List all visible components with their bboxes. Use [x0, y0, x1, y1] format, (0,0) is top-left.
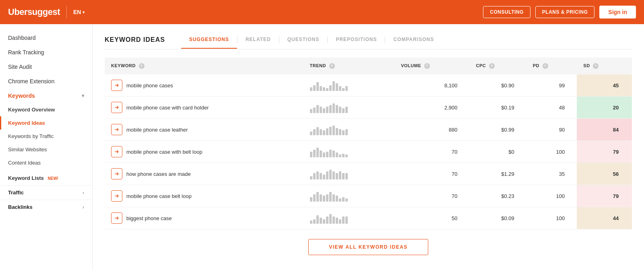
- trend-bar-segment: [339, 107, 341, 113]
- keyword-link-button[interactable]: [111, 190, 122, 202]
- sidebar-item-rank-tracking[interactable]: Rank Tracking: [0, 45, 92, 60]
- language-selector[interactable]: EN ▾: [73, 9, 85, 15]
- trend-bar-segment: [336, 105, 338, 113]
- trend-bar-segment: [316, 105, 319, 113]
- keyword-table-container: KEYWORD ? TREND ? VOLUME ? CPC: [105, 58, 632, 229]
- trend-chart: [310, 124, 388, 135]
- keyword-cell: biggest phone case: [105, 207, 303, 229]
- trend-bar-segment: [342, 108, 345, 113]
- trend-cell: [303, 97, 395, 119]
- keyword-link-button[interactable]: [111, 168, 122, 179]
- trend-bar-segment: [316, 192, 319, 202]
- sidebar-item-keyword-ideas[interactable]: Keyword Ideas: [0, 116, 92, 130]
- signin-button[interactable]: Sign in: [599, 6, 636, 19]
- sd-cell: 44: [577, 207, 632, 229]
- sidebar-item-keywords-by-traffic[interactable]: Keywords by Traffic: [0, 130, 92, 143]
- sidebar-item-dashboard[interactable]: Dashboard: [0, 31, 92, 45]
- trend-bar-segment: [329, 127, 332, 135]
- sidebar-item-keyword-overview[interactable]: Keyword Overview: [0, 103, 92, 116]
- view-all-button[interactable]: VIEW ALL KEYWORD IDEAS: [308, 239, 428, 255]
- trend-chart: [310, 168, 388, 179]
- cpc-cell: $0: [470, 141, 526, 163]
- trend-bar-segment: [332, 150, 335, 157]
- trend-bar-segment: [310, 197, 312, 202]
- trend-bar-segment: [329, 170, 332, 179]
- trend-bar-segment: [320, 194, 322, 202]
- trend-bar-segment: [316, 148, 319, 157]
- table-row: mobile phone case with belt loop 70 $0 1…: [105, 141, 632, 163]
- sidebar-item-content-ideas[interactable]: Content Ideas: [0, 156, 92, 169]
- keyword-link-button[interactable]: [111, 124, 122, 135]
- trend-cell: [303, 163, 395, 185]
- keyword-link-button[interactable]: [111, 146, 122, 157]
- trend-cell: [303, 185, 395, 207]
- table-row: mobile phone case belt loop 70 $0.23 100…: [105, 185, 632, 207]
- trend-bar-segment: [323, 153, 325, 157]
- trend-bar-segment: [323, 196, 325, 202]
- tab-prepositions[interactable]: PREPOSITIONS: [328, 37, 385, 49]
- plans-pricing-button[interactable]: PLANS & PRICING: [535, 6, 595, 18]
- table-header-row: KEYWORD ? TREND ? VOLUME ? CPC: [105, 58, 632, 74]
- trend-chart: [310, 80, 388, 91]
- trend-bar-segment: [326, 88, 328, 91]
- trend-bar-segment: [313, 129, 316, 135]
- trend-bar-segment: [336, 83, 338, 91]
- trend-bar-segment: [342, 216, 345, 224]
- sd-cell: 84: [577, 119, 632, 141]
- main-content: KEYWORD IDEAS SUGGESTIONS RELATED QUESTI…: [93, 24, 644, 270]
- trend-bar-segment: [336, 173, 338, 179]
- sd-value: 44: [608, 214, 624, 223]
- header-nav: CONSULTING PLANS & PRICING Sign in: [483, 6, 636, 19]
- keyword-link-button[interactable]: [111, 102, 122, 113]
- sd-cell: 79: [577, 185, 632, 207]
- col-sd: SD ?: [577, 58, 632, 74]
- sd-cell: 20: [577, 97, 632, 119]
- trend-bar-segment: [342, 173, 345, 179]
- trend-bar-segment: [345, 129, 348, 135]
- pd-cell: 100: [526, 207, 577, 229]
- trend-bar-segment: [310, 87, 312, 91]
- col-pd: PD ?: [526, 58, 577, 74]
- sidebar-section-traffic[interactable]: Traffic ›: [0, 185, 92, 200]
- keyword-cell: mobile phone case belt loop: [105, 185, 303, 207]
- sidebar-item-site-audit[interactable]: Site Audit: [0, 60, 92, 74]
- trend-bar-segment: [313, 85, 316, 91]
- trend-bar-segment: [320, 150, 322, 157]
- trend-bar-segment: [323, 108, 325, 113]
- keyword-link-button[interactable]: [111, 80, 122, 91]
- sidebar-item-keyword-lists[interactable]: Keyword Lists NEW!: [0, 169, 92, 185]
- sidebar-section-keywords[interactable]: Keywords ▾: [0, 89, 92, 103]
- sidebar-section-backlinks[interactable]: Backlinks ›: [0, 200, 92, 214]
- sidebar-item-similar-websites[interactable]: Similar Websites: [0, 143, 92, 156]
- trend-bar-segment: [336, 128, 338, 135]
- tab-navigation: SUGGESTIONS RELATED QUESTIONS PREPOSITIO…: [181, 37, 442, 49]
- pd-cell: 100: [526, 141, 577, 163]
- trend-bar-segment: [310, 176, 312, 179]
- cpc-cell: $0.09: [470, 207, 526, 229]
- tab-questions[interactable]: QUESTIONS: [279, 37, 328, 49]
- trend-bar-segment: [339, 155, 341, 157]
- sd-cell: 45: [577, 74, 632, 97]
- sidebar-item-chrome-extension[interactable]: Chrome Extension: [0, 74, 92, 89]
- tab-suggestions[interactable]: SUGGESTIONS: [181, 37, 237, 49]
- trend-bar-segment: [336, 218, 338, 224]
- keyword-link-button[interactable]: [111, 212, 122, 224]
- trend-bar-segment: [316, 171, 319, 179]
- sd-value: 20: [608, 103, 624, 112]
- tab-related[interactable]: RELATED: [237, 37, 279, 49]
- sd-value: 79: [608, 147, 624, 157]
- trend-bar-segment: [336, 153, 338, 157]
- tab-comparisons[interactable]: COMPARISONS: [385, 37, 442, 49]
- trend-bar-segment: [336, 196, 338, 202]
- page-title: KEYWORD IDEAS: [105, 36, 165, 49]
- consulting-button[interactable]: CONSULTING: [483, 6, 530, 18]
- help-icon: ?: [424, 63, 430, 69]
- trend-bar-segment: [316, 82, 319, 91]
- trend-bar-segment: [345, 216, 348, 224]
- trend-bar-segment: [345, 86, 348, 91]
- trend-bar-segment: [323, 130, 325, 135]
- trend-bar-segment: [326, 107, 328, 113]
- trend-bar-segment: [310, 109, 312, 113]
- help-icon: ?: [329, 63, 335, 69]
- trend-bar-segment: [345, 173, 348, 179]
